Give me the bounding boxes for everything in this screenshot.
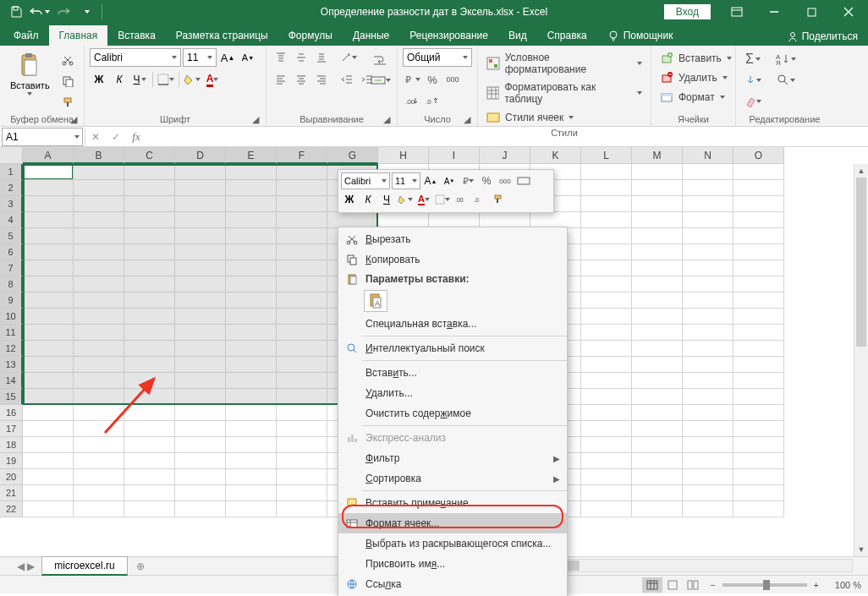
redo-icon[interactable] (52, 2, 74, 22)
cell[interactable] (277, 405, 327, 421)
cell[interactable] (683, 373, 733, 389)
cell[interactable] (277, 180, 327, 196)
cell[interactable] (23, 228, 74, 244)
cell[interactable] (632, 293, 683, 309)
tab-view[interactable]: Вид (498, 25, 537, 46)
cell[interactable] (581, 325, 632, 341)
autosum-icon[interactable]: Σ (741, 50, 765, 68)
cell[interactable] (733, 341, 784, 357)
col-header[interactable]: J (480, 147, 530, 164)
cell[interactable] (733, 469, 784, 485)
cell[interactable] (277, 501, 327, 517)
align-left-icon[interactable] (272, 70, 290, 89)
bold-button[interactable]: Ж (90, 70, 108, 89)
cut-icon[interactable] (58, 51, 77, 69)
row-header[interactable]: 21 (0, 485, 23, 501)
cell[interactable] (23, 196, 74, 212)
cm-delete[interactable]: Удалить... (338, 383, 567, 403)
mini-comma-icon[interactable]: 000 (497, 172, 514, 189)
cell[interactable] (124, 325, 175, 341)
cell[interactable] (124, 357, 175, 373)
enter-formula-icon[interactable]: ✓ (106, 128, 126, 146)
cell[interactable] (226, 244, 277, 260)
mini-font-combo[interactable]: Calibri (341, 172, 390, 189)
cell[interactable] (175, 180, 226, 196)
cell[interactable] (733, 501, 784, 517)
tab-insert[interactable]: Вставка (107, 25, 166, 46)
cell[interactable] (277, 325, 327, 341)
mini-decrease-font-icon[interactable]: A▼ (441, 172, 458, 189)
cell[interactable] (277, 244, 327, 260)
cell[interactable] (74, 485, 124, 501)
cell[interactable] (683, 453, 733, 469)
cell[interactable] (581, 244, 632, 260)
cell[interactable] (124, 276, 175, 293)
cell[interactable] (226, 309, 277, 325)
cell[interactable] (632, 309, 683, 325)
cell[interactable] (175, 196, 226, 212)
login-button[interactable]: Вход (664, 4, 711, 19)
decrease-font-icon[interactable]: A▼ (239, 48, 257, 67)
mini-accounting-icon[interactable]: ₽ (459, 172, 476, 189)
accounting-format-icon[interactable]: ₽ (403, 70, 421, 89)
borders-icon[interactable] (157, 70, 175, 89)
cell[interactable] (226, 196, 277, 212)
insert-function-icon[interactable]: fx (126, 128, 146, 146)
cell[interactable] (632, 421, 683, 437)
mini-borders-icon[interactable] (434, 191, 451, 208)
increase-decimal-icon[interactable]: .00 (403, 92, 421, 111)
cell[interactable] (124, 228, 175, 244)
cell[interactable] (733, 309, 784, 325)
row-header[interactable]: 11 (0, 325, 23, 341)
tab-page-layout[interactable]: Разметка страницы (166, 25, 278, 46)
cell[interactable] (23, 164, 74, 180)
cell[interactable] (226, 260, 277, 276)
cell[interactable] (124, 244, 175, 260)
cell[interactable] (581, 341, 632, 357)
cell[interactable] (226, 293, 277, 309)
cell[interactable] (581, 180, 632, 196)
cell[interactable] (74, 293, 124, 309)
row-header[interactable]: 19 (0, 453, 23, 469)
cell[interactable] (683, 164, 733, 180)
cell[interactable] (733, 437, 784, 453)
cell[interactable] (175, 453, 226, 469)
cell[interactable] (632, 228, 683, 244)
cell[interactable] (733, 164, 784, 180)
tab-home[interactable]: Главная (49, 25, 108, 46)
decrease-decimal-icon[interactable]: .0 (423, 92, 442, 111)
name-box[interactable]: A1 (2, 128, 83, 146)
paste-option-default[interactable]: A (364, 290, 387, 312)
ribbon-display-options-icon[interactable] (719, 0, 755, 24)
underline-button[interactable]: Ч (130, 70, 149, 89)
cell[interactable] (632, 501, 683, 517)
cell[interactable] (23, 180, 74, 196)
cell[interactable] (683, 212, 733, 228)
cell[interactable] (581, 469, 632, 485)
cell[interactable] (277, 373, 327, 389)
cell[interactable] (74, 341, 124, 357)
cell[interactable] (23, 501, 74, 517)
cell[interactable] (683, 293, 733, 309)
cell[interactable] (74, 244, 124, 260)
cell[interactable] (277, 212, 327, 228)
cell[interactable] (23, 309, 74, 325)
increase-font-icon[interactable]: A▲ (218, 48, 237, 67)
cell[interactable] (23, 260, 74, 276)
cell[interactable] (581, 164, 632, 180)
cell[interactable] (581, 260, 632, 276)
vertical-scrollbar[interactable]: ▲ ▼ (854, 164, 868, 556)
zoom-slider[interactable] (722, 583, 807, 587)
save-icon[interactable] (5, 2, 27, 22)
row-header[interactable]: 15 (0, 389, 23, 405)
zoom-in-button[interactable]: + (814, 580, 819, 590)
col-header[interactable]: D (175, 147, 226, 164)
cm-copy[interactable]: Копировать (338, 249, 567, 270)
cell[interactable] (632, 260, 683, 276)
insert-cells-button[interactable]: Вставить (656, 50, 735, 67)
cell[interactable] (124, 437, 175, 453)
find-select-icon[interactable] (773, 71, 799, 90)
mini-bold-button[interactable]: Ж (341, 191, 358, 208)
cell[interactable] (74, 389, 124, 405)
select-all-corner[interactable] (0, 147, 23, 164)
